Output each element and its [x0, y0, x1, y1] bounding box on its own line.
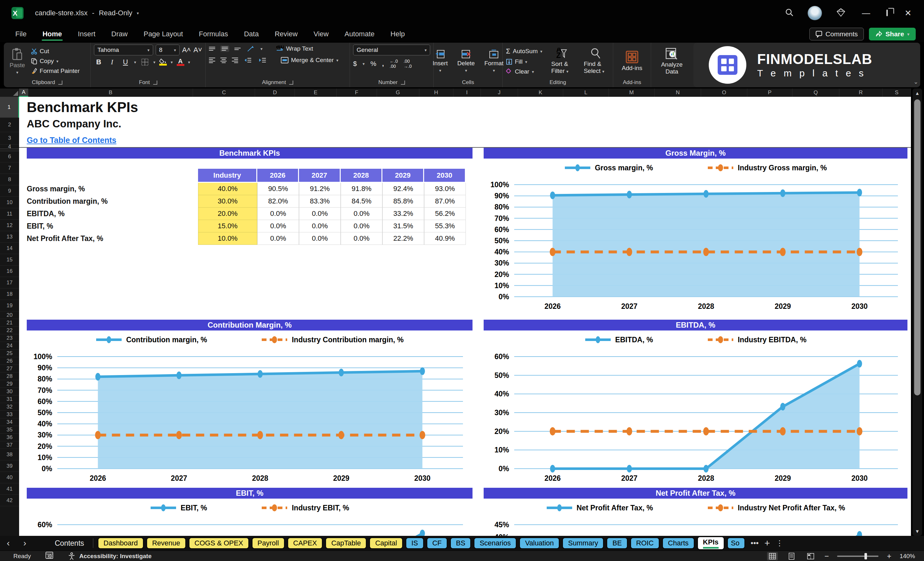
align-center-button[interactable]	[220, 58, 227, 63]
font-dialog-launcher[interactable]	[153, 81, 157, 85]
row-header-31[interactable]: 31	[0, 396, 19, 403]
fill-button[interactable]: Fill▾	[506, 58, 542, 65]
scroll-up-arrow-icon[interactable]: ▲	[912, 90, 922, 96]
table-cell-2027[interactable]: 91.2%	[299, 183, 341, 195]
select-all-corner[interactable]	[0, 88, 20, 97]
row-header-28[interactable]: 28	[0, 372, 19, 380]
row-header-10[interactable]: 10	[0, 197, 19, 208]
increase-indent-button[interactable]	[258, 56, 267, 64]
row-header-23[interactable]: 23	[0, 334, 19, 342]
italic-button[interactable]: I	[107, 58, 117, 66]
next-sheet-arrow[interactable]: ›	[16, 538, 33, 548]
sheet-tab-be[interactable]: BE	[606, 537, 627, 549]
table-cell-industry[interactable]: 20.0%	[198, 208, 257, 220]
chevron-down-icon[interactable]: ▾	[137, 11, 139, 16]
merge-center-button[interactable]: Merge & Center▾	[281, 57, 339, 64]
row-header-8[interactable]: 8	[0, 174, 19, 185]
sheet-tab-roic[interactable]: ROIC	[630, 537, 659, 549]
table-cell-2027[interactable]: 83.3%	[299, 195, 341, 208]
number-format-select[interactable]: General▾	[353, 45, 430, 56]
kpi-table[interactable]: Industry20262027202820292030Gross margin…	[27, 169, 466, 245]
delete-cells-button[interactable]: Delete▾	[454, 50, 477, 73]
table-cell-2030[interactable]: 87.0%	[424, 195, 466, 208]
menu-tab-automate[interactable]: Automate	[338, 28, 381, 40]
table-cell-2026[interactable]: 82.0%	[257, 195, 299, 208]
gross-margin-chart[interactable]: Gross Margin, % Gross margin, %Industry …	[484, 148, 908, 313]
sheet-tab-cogs-opex[interactable]: COGS & OPEX	[189, 537, 249, 549]
row-header-40[interactable]: 40	[0, 472, 19, 483]
menu-tab-home[interactable]: Home	[36, 28, 68, 40]
row-header-13[interactable]: 13	[0, 231, 19, 243]
scroll-down-arrow-icon[interactable]: ▼	[912, 528, 922, 534]
find-select-button[interactable]: Find & Select ▾	[581, 48, 610, 75]
analyze-data-button[interactable]: Analyze Data	[654, 47, 689, 75]
currency-format-button[interactable]: $	[353, 60, 357, 68]
format-painter-button[interactable]: Format Painter	[31, 68, 80, 75]
cut-button[interactable]: Cut	[31, 48, 80, 55]
sheet-tab-scenarios[interactable]: Scenarios	[474, 537, 516, 549]
table-of-contents-link[interactable]: Go to Table of Contents	[27, 136, 116, 145]
table-cell-2027[interactable]: 0.0%	[299, 232, 341, 245]
table-cell-2026[interactable]: 0.0%	[257, 208, 299, 220]
sheet-tab-is[interactable]: IS	[406, 537, 424, 549]
menu-tab-file[interactable]: File	[9, 28, 33, 40]
sort-filter-button[interactable]: AZ Sort & Filter ▾	[549, 48, 575, 75]
row-header-39[interactable]: 39	[0, 460, 19, 472]
sheet-tab-captable[interactable]: CapTable	[326, 537, 366, 549]
row-header-20[interactable]: 20	[0, 311, 19, 319]
table-cell-2030[interactable]: 55.3%	[424, 220, 466, 232]
row-header-21[interactable]: 21	[0, 319, 19, 327]
align-middle-button[interactable]	[220, 45, 229, 52]
zoom-level[interactable]: 140%	[900, 553, 915, 560]
minimize-button[interactable]: —	[860, 8, 872, 18]
row-header-42[interactable]: 42	[0, 495, 19, 506]
worksheet[interactable]: Benchmark KPIs ABC Company Inc. Go to Ta…	[19, 97, 911, 536]
column-header-P[interactable]: P	[747, 88, 792, 97]
paste-button[interactable]: Paste▾	[7, 48, 28, 75]
vertical-scrollbar-thumb[interactable]	[914, 99, 921, 396]
row-header-12[interactable]: 12	[0, 220, 19, 231]
menu-tab-insert[interactable]: Insert	[72, 28, 102, 40]
shrink-font-button[interactable]: A˅	[193, 46, 202, 54]
table-cell-2028[interactable]: 84.5%	[341, 195, 382, 208]
font-size-select[interactable]: 8▾	[156, 45, 180, 56]
table-cell-2026[interactable]: 0.0%	[257, 220, 299, 232]
row-header-7[interactable]: 7	[0, 162, 19, 174]
table-cell-industry[interactable]: 15.0%	[198, 220, 257, 232]
table-cell-2029[interactable]: 22.2%	[382, 232, 424, 245]
sheet-tab-dashboard[interactable]: Dashboard	[98, 537, 144, 549]
sheet-tab-so[interactable]: So	[727, 537, 745, 549]
page-break-view-button[interactable]	[805, 552, 816, 560]
row-headers[interactable]: 1234678910111213141516171819202122232425…	[0, 97, 19, 536]
premium-diamond-icon[interactable]	[836, 8, 846, 18]
page-layout-view-button[interactable]	[786, 552, 797, 560]
increase-decimal-button[interactable]: ←.0.00	[390, 58, 398, 69]
table-cell-2028[interactable]: 0.0%	[341, 220, 382, 232]
font-color-button[interactable]: A	[177, 58, 184, 66]
row-header-17[interactable]: 17	[0, 277, 19, 288]
table-cell-2028[interactable]: 0.0%	[341, 232, 382, 245]
table-cell-industry[interactable]: 30.0%	[198, 195, 257, 208]
comments-button[interactable]: Comments	[809, 28, 864, 40]
row-header-26[interactable]: 26	[0, 357, 19, 365]
column-headers[interactable]: ABCDEFGHIJKLMNOPQRS	[19, 88, 911, 97]
row-header-9[interactable]: 9	[0, 185, 19, 197]
restore-button[interactable]	[886, 10, 888, 16]
row-header-37[interactable]: 37	[0, 441, 19, 449]
column-header-A[interactable]: A	[19, 88, 28, 97]
font-family-select[interactable]: Tahoma▾	[94, 45, 153, 56]
row-header-34[interactable]: 34	[0, 418, 19, 426]
row-header-32[interactable]: 32	[0, 403, 19, 411]
row-header-19[interactable]: 19	[0, 300, 19, 311]
row-header-11[interactable]: 11	[0, 208, 19, 220]
addins-button[interactable]: Add-ins	[619, 51, 645, 72]
sheet-tab-capex[interactable]: CAPEX	[288, 537, 323, 549]
underline-button[interactable]: U	[121, 58, 130, 66]
row-header-6[interactable]: 6	[0, 151, 19, 162]
zoom-out-button[interactable]: −	[824, 552, 829, 561]
row-header-14[interactable]: 14	[0, 243, 19, 254]
fill-color-button[interactable]	[159, 58, 167, 66]
column-header-H[interactable]: H	[419, 88, 453, 97]
row-header-22[interactable]: 22	[0, 327, 19, 334]
column-header-E[interactable]: E	[295, 88, 336, 97]
